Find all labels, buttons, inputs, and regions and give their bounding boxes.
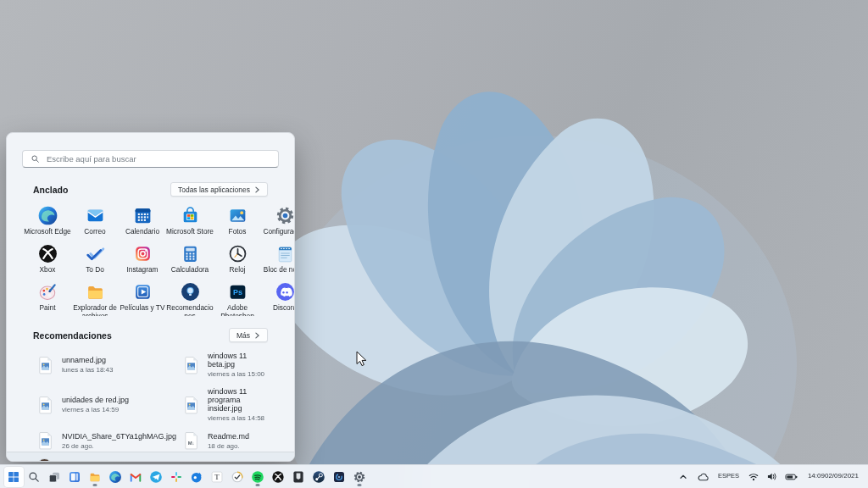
pinned-app-calendario[interactable]: Calendario (119, 202, 166, 240)
desktop[interactable]: Anclado Todas las aplicaciones Microsoft… (0, 0, 868, 488)
power-icon (261, 460, 272, 463)
file-name: windows 11 beta.jpg (208, 352, 270, 369)
pinned-app-bloc-de-notas[interactable]: Bloc de notas (261, 240, 295, 278)
recommended-item[interactable]: windows 11 programa insider.jpg viernes … (176, 385, 270, 424)
recommended-item[interactable]: NVIDIA_Share_6TYa1ghMAG.jpg 26 de ago. (31, 430, 176, 452)
pinned-app-label: Xbox (24, 266, 71, 274)
tray-onedrive-button[interactable] (694, 470, 712, 484)
pinned-app-label: Recomendaciones (166, 304, 214, 316)
all-apps-button[interactable]: Todas las aplicaciones (170, 182, 268, 197)
file-meta: viernes a las 14:58 (208, 414, 270, 422)
pinned-app-configuracion[interactable]: Configuración (261, 202, 295, 240)
slack-icon (170, 470, 183, 484)
pinned-app-label: Paint (24, 304, 71, 313)
start-menu-user-bar: Gabriela Gonzalez (7, 452, 294, 462)
pinned-app-peliculas-tv[interactable]: Películas y TV (119, 278, 166, 316)
file-name: unidades de red.jpg (62, 396, 129, 404)
taskbar-edge-button[interactable] (106, 467, 125, 487)
taskbar-search-button[interactable] (25, 467, 44, 487)
epic-games-icon (292, 470, 305, 484)
pinned-app-explorador[interactable]: Explorador de archivos (71, 278, 119, 316)
tray-quick-settings[interactable] (745, 469, 800, 484)
taskbar-task-view-button[interactable] (45, 467, 64, 487)
start-search-box[interactable] (22, 150, 279, 168)
taskbar-gmail-button[interactable] (126, 467, 146, 487)
language-line1: ESP (718, 473, 731, 480)
recommended-item[interactable]: windows 11 beta.jpg viernes a las 15:00 (176, 350, 270, 380)
recommended-item[interactable]: M↓ Readme.md 18 de ago. (176, 430, 270, 452)
search-input[interactable] (47, 154, 270, 164)
taskbar-epic-games-button[interactable] (289, 467, 309, 487)
discord-icon (275, 281, 296, 302)
system-tray: ESP ES 14:09 02/09/2021 (676, 465, 865, 488)
taskbar-blue-drop-app-button[interactable] (187, 467, 207, 487)
pinned-app-discord[interactable]: Discord (261, 278, 295, 316)
clock-date: 02/09/2021 (825, 472, 859, 480)
pinned-app-to-do[interactable]: To Do (71, 240, 119, 278)
pinned-app-reloj[interactable]: Reloj (214, 240, 261, 278)
pinned-app-recomendaciones[interactable]: Recomendaciones (166, 278, 214, 316)
user-profile-button[interactable]: Gabriela Gonzalez (37, 458, 127, 463)
recommended-item[interactable]: unnamed.jpg lunes a las 18:43 (31, 350, 176, 380)
pinned-app-label: Explorador de archivos (71, 304, 119, 316)
pinned-app-photoshop[interactable]: Ps Adobe Photoshop 2021 (214, 278, 261, 316)
more-button[interactable]: Más (229, 328, 268, 342)
xbox-icon (37, 243, 58, 264)
power-button[interactable] (259, 458, 274, 463)
spotify-icon (251, 470, 264, 484)
taskbar-typora-button[interactable]: T (208, 467, 227, 487)
taskbar-telegram-button[interactable] (147, 467, 166, 487)
pinned-app-calculadora[interactable]: Calculadora (166, 240, 214, 278)
windows-start-icon (7, 470, 20, 484)
image-file-icon (184, 396, 199, 414)
blue-drop-app-icon (190, 470, 203, 484)
taskbar-tasks-app-button[interactable] (228, 467, 248, 487)
pinned-app-label: Adobe Photoshop 2021 (214, 304, 261, 316)
taskbar-xbox-button[interactable] (269, 467, 288, 487)
microsoft-edge-icon (108, 470, 122, 484)
file-name: NVIDIA_Share_6TYa1ghMAG.jpg (62, 432, 176, 441)
pinned-app-label: Correo (71, 228, 119, 236)
image-file-icon (184, 356, 199, 374)
taskbar-game-launcher-button[interactable] (330, 467, 349, 487)
pinned-app-fotos[interactable]: Fotos (214, 202, 261, 240)
pinned-app-instagram[interactable]: Instagram (119, 240, 166, 278)
image-file-icon (38, 356, 53, 374)
svg-text:T: T (214, 473, 220, 481)
clock-time: 14:09 (808, 472, 825, 480)
pinned-app-label: Calculadora (166, 266, 214, 274)
chevron-right-icon (254, 186, 260, 193)
recommended-section-title: Recomendaciones (33, 330, 112, 341)
running-indicator (256, 484, 260, 486)
recommended-item[interactable]: unidades de red.jpg viernes a las 14:59 (31, 385, 176, 424)
pinned-app-paint[interactable]: Paint (24, 278, 71, 316)
taskbar-widgets-button[interactable] (65, 467, 85, 487)
wifi-icon (745, 469, 762, 484)
taskbar-file-explorer-button[interactable] (86, 467, 105, 487)
gmail-icon (129, 470, 142, 484)
pinned-app-microsoft-store[interactable]: Microsoft Store (166, 202, 214, 240)
folder-icon (85, 281, 106, 302)
tray-clock-button[interactable]: 14:09 02/09/2021 (804, 472, 862, 480)
markdown-file-icon: M↓ (184, 431, 199, 450)
taskbar-slack-button[interactable] (167, 467, 186, 487)
taskbar-start-button[interactable] (4, 467, 24, 487)
pinned-app-label: Reloj (214, 266, 261, 274)
image-file-icon (38, 396, 53, 414)
pinned-app-microsoft-edge[interactable]: Microsoft Edge (24, 202, 71, 240)
chevron-right-icon (254, 332, 260, 339)
pinned-app-label: Microsoft Edge (24, 228, 71, 236)
pinned-app-correo[interactable]: Correo (71, 202, 119, 240)
movies-tv-icon (132, 281, 153, 302)
taskbar-settings-button[interactable] (350, 467, 370, 487)
taskbar-spotify-button[interactable] (248, 467, 268, 487)
recommended-grid: unnamed.jpg lunes a las 18:43 windows 11… (31, 350, 270, 452)
tray-hidden-icons-button[interactable] (676, 470, 691, 484)
pinned-app-label: Calendario (119, 228, 166, 236)
user-avatar (37, 458, 52, 463)
pinned-app-label: Microsoft Store (166, 228, 214, 236)
clock-icon (227, 243, 248, 264)
tray-language-button[interactable]: ESP ES (715, 473, 742, 480)
taskbar-steam-button[interactable] (309, 467, 329, 487)
pinned-app-xbox[interactable]: Xbox (24, 240, 71, 278)
